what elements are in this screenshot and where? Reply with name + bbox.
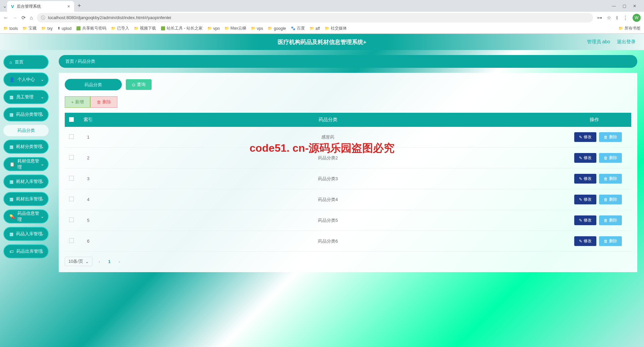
bookmark-item[interactable]: 📁Max云梯 [224, 26, 246, 31]
sidebar-item[interactable]: ▦药品分类管理 [3, 107, 49, 121]
user-label[interactable]: 管理员 abo [587, 39, 610, 45]
row-checkbox[interactable] [69, 155, 74, 160]
delete-button[interactable]: 🗑删除 [599, 132, 622, 142]
home-icon[interactable]: ⌂ [30, 15, 33, 20]
row-checkbox[interactable] [69, 238, 74, 243]
menu-icon[interactable]: ⋮ [623, 15, 628, 21]
prev-page[interactable]: ‹ [97, 259, 102, 264]
edit-button[interactable]: ✎修改 [574, 153, 596, 163]
url-input[interactable]: ⓘ localhost:8080/djangoqkby2/admin/dist/… [37, 13, 593, 22]
cell-index: 6 [78, 231, 98, 252]
col-actions: 操作 [557, 113, 631, 127]
nav-icon: 👤 [9, 77, 15, 82]
nav-icon: ⌂ [9, 60, 12, 65]
sidebar-item[interactable]: ⌂首页 [3, 55, 49, 69]
row-checkbox[interactable] [69, 217, 74, 222]
edit-button[interactable]: ✎修改 [574, 174, 596, 184]
edit-icon: ✎ [579, 197, 582, 202]
bookmark-icon: 🐾 [291, 26, 296, 31]
minimize-icon[interactable]: ― [612, 4, 616, 8]
breadcrumb-home[interactable]: 首页 [65, 59, 74, 64]
bookmark-icon: 📁 [41, 26, 46, 31]
next-page[interactable]: › [117, 259, 122, 264]
forward-icon[interactable]: → [12, 15, 17, 20]
table-row: 1 感冒药 ✎修改 🗑删除 [65, 127, 631, 148]
row-checkbox[interactable] [69, 176, 74, 181]
breadcrumb: 首页 / 药品分类 [59, 55, 637, 68]
browser-tab[interactable]: V 后台管理系统 × [7, 1, 74, 12]
sidebar-item[interactable]: ▦耗材入库管理 [3, 175, 49, 189]
app-header: 医疗机构药品及耗材信息管理系统+ 管理员 abo 退出登录 [0, 34, 644, 50]
edit-icon: ✎ [579, 177, 582, 181]
nav-icon: 💊 [9, 214, 15, 219]
add-button[interactable]: +新增 [65, 96, 90, 108]
bookmark-item[interactable]: 🐾百度 [291, 26, 305, 31]
close-tab-icon[interactable]: × [67, 4, 70, 9]
key-icon[interactable]: ⊶ [597, 15, 602, 21]
row-checkbox[interactable] [69, 197, 74, 201]
edit-button[interactable]: ✎修改 [574, 132, 596, 142]
edit-icon: ✎ [579, 239, 582, 244]
sidebar-item[interactable]: ▦药品入库管理 [3, 227, 49, 241]
bookmark-item[interactable]: 📁google [268, 26, 286, 31]
sidebar-item[interactable]: 👤个人中心 [3, 72, 49, 87]
maximize-icon[interactable]: ▢ [623, 4, 626, 8]
bookmark-item[interactable]: 📁vpn [207, 26, 220, 31]
delete-button[interactable]: 🗑删除 [599, 195, 622, 204]
sidebar-item[interactable]: 🏷药品出库管理 [3, 244, 49, 258]
sidebar-item[interactable]: ▦耗材出库管理 [3, 192, 49, 206]
bookmark-icon: 📁 [268, 26, 272, 31]
select-all-checkbox[interactable] [69, 117, 74, 122]
bookmark-item[interactable]: ⬆uplod [57, 26, 71, 31]
new-tab-button[interactable]: + [74, 2, 85, 9]
page-size-select[interactable]: 10条/页⌄ [65, 257, 93, 266]
back-icon[interactable]: ← [3, 15, 8, 20]
table-row: 6 药品分类6 ✎修改 🗑删除 [65, 231, 631, 252]
search-input[interactable] [65, 79, 122, 90]
edit-button[interactable]: ✎修改 [574, 215, 596, 225]
all-bookmarks[interactable]: 📁所有书签 [619, 26, 641, 31]
cell-category: 药品分类4 [98, 189, 557, 210]
bookmark-item[interactable]: 📁tools [3, 26, 18, 31]
site-info-icon[interactable]: ⓘ [41, 15, 45, 21]
bookmark-item[interactable]: 🟩共享账号密码 [76, 26, 106, 31]
nav-icon: ▦ [9, 232, 13, 237]
col-category: 药品分类 [98, 113, 557, 127]
query-button[interactable]: ⊙查询 [126, 79, 152, 90]
logout-link[interactable]: 退出登录 [617, 39, 636, 45]
bookmark-item[interactable]: 📁宝藏 [22, 26, 37, 31]
sidebar-item[interactable]: ▦员工管理 [3, 90, 49, 104]
cell-category: 药品分类6 [98, 231, 557, 252]
delete-button[interactable]: 🗑删除 [599, 174, 622, 184]
star-icon[interactable]: ☆ [607, 15, 611, 21]
bookmark-item[interactable]: 📁已导入 [111, 26, 129, 31]
delete-multi-button[interactable]: 🗑删除 [90, 96, 117, 108]
sidebar-item[interactable]: ▦耗材分类管理 [3, 140, 49, 154]
close-window-icon[interactable]: ✕ [633, 4, 636, 8]
profile-avatar[interactable]: W [633, 14, 641, 22]
bookmark-item[interactable]: 📁社交媒体 [325, 26, 347, 31]
bookmark-item[interactable]: 🟩站长工具 - 站长之家 [161, 26, 203, 31]
delete-button[interactable]: 🗑删除 [599, 153, 622, 163]
sidebar-sub-item[interactable]: 药品分类 [3, 125, 49, 136]
row-checkbox[interactable] [69, 134, 74, 139]
edit-button[interactable]: ✎修改 [574, 195, 596, 204]
delete-button[interactable]: 🗑删除 [599, 215, 622, 225]
tab-menu-chevron-icon[interactable]: ⌄ [3, 3, 7, 9]
nav-icon: ▦ [9, 112, 13, 117]
edit-icon: ✎ [579, 218, 582, 223]
bookmark-item[interactable]: 📁txy [41, 26, 52, 31]
trash-icon: 🗑 [604, 218, 608, 223]
extension-icon[interactable]: ⫴ [616, 15, 618, 21]
sidebar-item[interactable]: 💊药品信息管理 [3, 209, 49, 224]
sidebar-item[interactable]: 📋耗材信息管理 [3, 157, 49, 171]
cell-category: 药品分类2 [98, 148, 557, 168]
trash-icon: 🗑 [97, 100, 101, 105]
bookmark-item[interactable]: 📁aff [310, 26, 320, 31]
bookmark-item[interactable]: 📁视频下载 [134, 26, 156, 31]
delete-button[interactable]: 🗑删除 [599, 236, 622, 246]
trash-icon: 🗑 [604, 239, 608, 244]
edit-button[interactable]: ✎修改 [574, 236, 596, 246]
reload-icon[interactable]: ⟳ [21, 15, 26, 21]
bookmark-item[interactable]: 📁vps [251, 26, 263, 31]
